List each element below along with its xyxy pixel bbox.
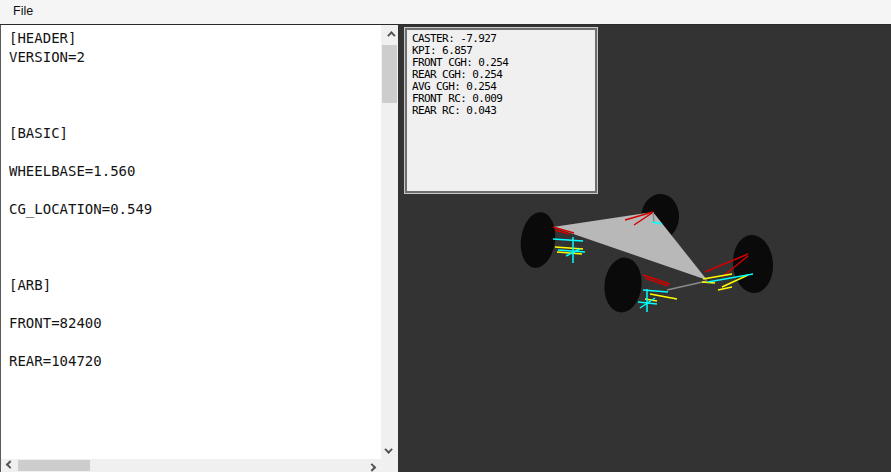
gray-suspension-line bbox=[653, 212, 654, 222]
horizontal-scrollbar[interactable] bbox=[1, 459, 398, 472]
menubar: File bbox=[0, 0, 891, 25]
scroll-down-button[interactable] bbox=[383, 444, 396, 457]
yellow-suspension-line bbox=[718, 287, 732, 290]
chevron-left-icon bbox=[5, 460, 13, 468]
stats-panel: CASTER: -7.927 KPI: 6.857 FRONT CGH: 0.2… bbox=[405, 28, 597, 193]
gray-suspension-line bbox=[667, 281, 707, 290]
yellow-suspension-line bbox=[555, 247, 583, 249]
config-editor-pane: [HEADER] VERSION=2 [BASIC] WHEELBASE=1.5… bbox=[0, 25, 398, 472]
vertical-scroll-thumb[interactable] bbox=[382, 45, 397, 103]
stat-line: REAR RC: 0.043 bbox=[412, 105, 593, 117]
cyan-suspension-line bbox=[553, 239, 583, 241]
scroll-up-button[interactable] bbox=[383, 27, 396, 40]
horizontal-scroll-thumb[interactable] bbox=[18, 460, 90, 471]
vertical-scrollbar[interactable] bbox=[381, 25, 398, 459]
menu-item-file[interactable]: File bbox=[3, 0, 43, 24]
wheel bbox=[602, 256, 645, 315]
chevron-down-icon bbox=[384, 445, 392, 453]
scroll-right-button[interactable] bbox=[365, 459, 378, 472]
main-window: [HEADER] VERSION=2 [BASIC] WHEELBASE=1.5… bbox=[0, 25, 891, 472]
scroll-left-button[interactable] bbox=[3, 459, 16, 472]
chevron-up-icon bbox=[387, 31, 395, 39]
wheel bbox=[517, 210, 558, 270]
chevron-right-icon bbox=[367, 463, 375, 471]
viewport-3d[interactable]: CASTER: -7.927 KPI: 6.857 FRONT CGH: 0.2… bbox=[398, 25, 891, 472]
config-editor-text[interactable]: [HEADER] VERSION=2 [BASIC] WHEELBASE=1.5… bbox=[9, 29, 378, 456]
